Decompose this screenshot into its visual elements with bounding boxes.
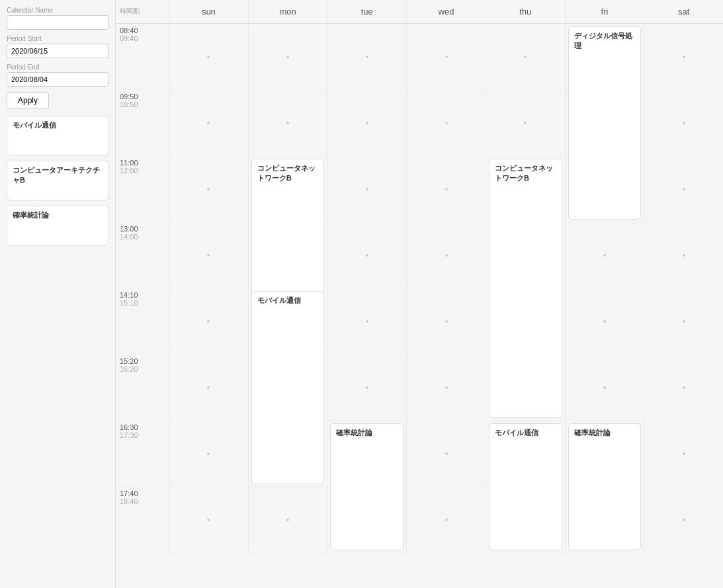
day-cell[interactable] <box>407 421 486 487</box>
event-card[interactable]: 確率統計論 <box>568 423 642 550</box>
cell-dot <box>207 386 210 389</box>
day-cell[interactable] <box>169 288 248 355</box>
day-cell[interactable] <box>327 90 406 156</box>
day-cell[interactable] <box>169 156 248 222</box>
calendar-header: 時間割 sunmontuewedthufrisat <box>116 0 723 24</box>
cell-dot <box>524 122 527 124</box>
period-start-input[interactable] <box>7 44 108 58</box>
cell-dot <box>366 188 368 190</box>
day-header-wed: wed <box>406 0 486 23</box>
time-slot-3: 13:0014:00 <box>116 222 169 288</box>
day-cell[interactable] <box>327 222 406 288</box>
cell-dot <box>445 188 448 190</box>
day-cell[interactable] <box>249 487 327 553</box>
cell-dot <box>207 56 210 58</box>
time-slot-0: 08:4009:40 <box>116 24 169 90</box>
cell-dot <box>445 56 448 58</box>
day-cell[interactable] <box>644 222 723 288</box>
day-cell[interactable] <box>169 421 248 487</box>
event-card[interactable]: モバイル通信 <box>251 291 325 484</box>
day-cell[interactable] <box>327 355 406 421</box>
sidebar-course-item: 確率統計論 <box>7 206 108 245</box>
day-header-fri: fri <box>565 0 644 23</box>
cell-dot <box>683 320 685 323</box>
cell-dot <box>683 188 685 190</box>
sidebar-course-item: コンピュータアーキテクチャB <box>7 161 108 200</box>
day-cell[interactable] <box>407 288 486 355</box>
day-cell[interactable] <box>407 90 486 156</box>
day-cell[interactable] <box>644 487 723 553</box>
day-cell[interactable] <box>407 156 486 222</box>
day-cell[interactable] <box>169 355 248 421</box>
cell-dot <box>683 254 685 257</box>
period-end-input[interactable] <box>7 72 108 87</box>
calendar-name-label: Calendar Name <box>7 7 108 14</box>
day-cell[interactable] <box>407 355 486 421</box>
day-cell[interactable] <box>169 487 248 553</box>
day-cell[interactable] <box>644 288 723 355</box>
calendar-name-input[interactable] <box>7 15 108 30</box>
cell-dot <box>286 122 289 124</box>
day-cell[interactable] <box>249 24 327 90</box>
day-cell[interactable] <box>407 222 486 288</box>
day-cell[interactable] <box>644 24 723 90</box>
day-cell[interactable] <box>644 421 723 487</box>
cell-dot <box>207 254 210 257</box>
event-card[interactable]: コンピュータネットワークB <box>489 159 562 418</box>
day-cell[interactable] <box>169 222 248 288</box>
day-cell[interactable] <box>327 24 406 90</box>
time-slot-2: 11:0012:00 <box>116 156 169 222</box>
time-column: 08:4009:4009:5010:5011:0012:0013:0014:00… <box>116 24 169 553</box>
event-card[interactable]: 確率統計論 <box>330 423 404 550</box>
day-cell[interactable] <box>169 90 248 156</box>
time-col-header: 時間割 <box>116 0 169 23</box>
event-card[interactable]: モバイル通信 <box>489 423 562 550</box>
day-cell[interactable] <box>486 90 565 156</box>
day-col-sat <box>644 24 723 553</box>
cell-dot <box>603 254 606 257</box>
cell-dot <box>207 122 210 124</box>
event-card[interactable]: ディジタル信号処理 <box>568 26 642 220</box>
day-cell[interactable] <box>566 355 644 421</box>
day-cell[interactable] <box>407 487 486 553</box>
day-cell[interactable] <box>644 156 723 222</box>
day-col-tue: 確率統計論 <box>327 24 406 553</box>
cell-dot <box>683 386 685 389</box>
day-cell[interactable] <box>486 24 565 90</box>
app-container: Calendar Name Period Start Period End Ap… <box>0 0 723 588</box>
day-cell[interactable] <box>169 24 248 90</box>
day-col-wed <box>406 24 486 553</box>
cell-dot <box>366 386 368 389</box>
day-cell[interactable] <box>327 156 406 222</box>
day-cell[interactable] <box>644 355 723 421</box>
cell-dot <box>603 320 606 323</box>
cell-dot <box>207 452 210 455</box>
cell-dot <box>207 320 210 323</box>
calendar-body: 08:4009:4009:5010:5011:0012:0013:0014:00… <box>116 24 723 553</box>
cell-dot <box>366 254 368 257</box>
day-cell[interactable] <box>566 288 644 355</box>
day-header-thu: thu <box>486 0 565 23</box>
cell-dot <box>683 519 685 521</box>
day-header-sat: sat <box>644 0 723 23</box>
day-col-mon: コンピュータネットワークBモバイル通信 <box>248 24 327 553</box>
cell-dot <box>603 386 606 389</box>
day-header-sun: sun <box>169 0 248 23</box>
day-cell[interactable] <box>327 288 406 355</box>
cell-dot <box>445 386 448 389</box>
time-slot-7: 17:4018:40 <box>116 487 169 553</box>
day-cell[interactable] <box>249 90 327 156</box>
time-slot-5: 15:2016:20 <box>116 355 169 421</box>
period-end-label: Period End <box>7 63 108 71</box>
cell-dot <box>207 188 210 190</box>
cell-dot <box>366 122 368 124</box>
calendar-area: 時間割 sunmontuewedthufrisat 08:4009:4009:5… <box>116 0 723 588</box>
cell-dot <box>207 519 210 521</box>
day-cell[interactable] <box>407 24 486 90</box>
day-cell[interactable] <box>644 90 723 156</box>
cell-dot <box>683 122 685 124</box>
day-cell[interactable] <box>566 222 644 288</box>
cell-dot <box>683 452 685 455</box>
day-col-sun <box>169 24 248 553</box>
apply-button[interactable]: Apply <box>7 92 49 109</box>
